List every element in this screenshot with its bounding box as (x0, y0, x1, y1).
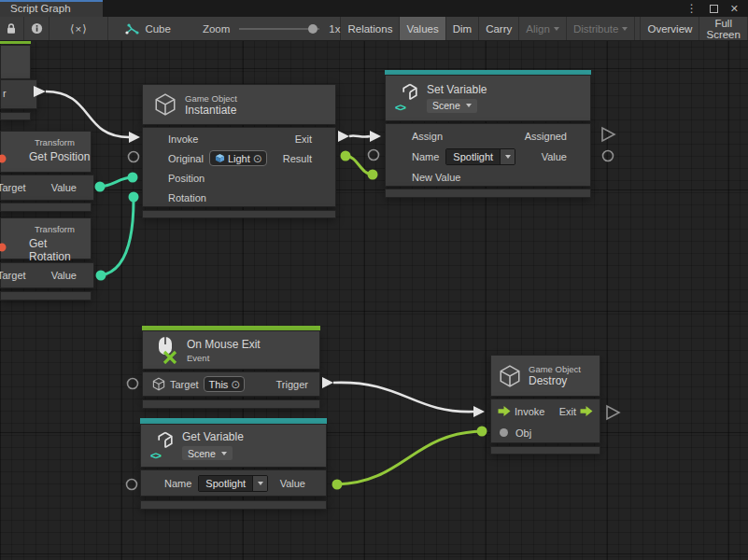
align-dropdown[interactable]: Align (519, 17, 567, 40)
fullscreen-button[interactable]: Full Screen (699, 17, 748, 40)
graph-toolbar: ⟨×⟩ Cube Zoom 1x Relations Values Dim Ca… (0, 17, 748, 41)
node-body[interactable]: Invoke Exit Original (142, 127, 336, 207)
node-category: Transform (35, 224, 75, 234)
port-label-result: Result (283, 153, 312, 164)
variable-scope-value: Scene (188, 448, 216, 459)
port-label-assign: Assign (412, 131, 443, 142)
variable-name-value: Spotlight (199, 476, 252, 491)
node-title: Destroy (529, 374, 581, 387)
info-icon (31, 22, 43, 35)
chevron-down-icon (554, 27, 559, 31)
chevron-down-icon (505, 155, 511, 159)
window-maximize-icon[interactable] (710, 5, 718, 13)
node-title: Instantiate (185, 104, 237, 117)
node-title: On Mouse Exit (187, 338, 261, 351)
node-header[interactable]: <> Get Variable Scene (140, 424, 327, 468)
port-label-original: Original (168, 153, 204, 164)
relations-button[interactable]: Relations (341, 17, 400, 40)
node-footer (490, 446, 600, 455)
node-title: Get Position (29, 150, 90, 163)
node-header[interactable]: Transform Get Rotation (0, 217, 92, 259)
variable-scope-dropdown[interactable]: Scene (427, 99, 477, 113)
zoom-value: 1x (329, 23, 340, 35)
chevron-down-icon (622, 27, 628, 31)
graph-canvas[interactable]: r Transform Get Position Target Value (0, 41, 748, 560)
node-category: Game Object (185, 93, 237, 104)
object-picker-icon[interactable]: ⊙ (231, 379, 240, 390)
port-label-new-value: New Value (412, 172, 460, 183)
carry-button[interactable]: Carry (479, 17, 519, 40)
port-label-assigned: Assigned (525, 131, 567, 142)
node-footer (140, 500, 327, 510)
node-footer (142, 399, 320, 409)
node-category: Event (187, 353, 261, 363)
node-body[interactable]: Target Value (0, 262, 94, 288)
window-close-icon[interactable]: ✕ (730, 4, 739, 14)
unity-variable-icon: <> (150, 431, 175, 461)
variable-name-dropdown[interactable]: Spotlight (198, 475, 268, 492)
node-title: Set Variable (427, 83, 487, 96)
toolbar-toggles: Relations Values Dim Carry Align Distrib… (341, 17, 748, 40)
port-label-target: Target (0, 182, 26, 193)
port-label-target: Target (170, 379, 199, 390)
inspect-button[interactable] (24, 17, 50, 40)
port-label-value: Value (51, 270, 77, 281)
flow-out-arrow-icon[interactable] (580, 406, 593, 416)
port-label-value: Value (280, 478, 305, 489)
node-header[interactable]: <> Set Variable Scene (385, 75, 591, 121)
cube-icon (152, 377, 165, 391)
target-object-field[interactable]: This ⊙ (204, 376, 246, 392)
flow-in-arrow-icon[interactable] (498, 406, 511, 416)
node-footer (142, 210, 336, 218)
distribute-dropdown[interactable]: Distribute (567, 17, 636, 40)
edit-graph-button[interactable]: ⟨×⟩ (49, 17, 108, 40)
node-header[interactable]: On Mouse Exit Event (142, 330, 320, 370)
object-picker-icon[interactable]: ⊙ (253, 153, 262, 164)
variable-scope-dropdown[interactable]: Scene (182, 446, 233, 460)
port-label-invoke: Invoke (168, 133, 198, 145)
node-body[interactable]: r (0, 79, 37, 109)
node-header[interactable] (0, 45, 31, 79)
original-object-value: Light (228, 153, 250, 164)
window-menu-icon[interactable]: ⋮ (686, 3, 698, 14)
cube-icon (154, 92, 176, 117)
port-label-position: Position (168, 173, 205, 184)
port-label-invoke: Invoke (515, 406, 544, 417)
variable-name-dropdown[interactable]: Spotlight (445, 148, 515, 165)
node-header[interactable]: Transform Get Position (0, 131, 92, 173)
lock-icon (6, 22, 17, 35)
node-footer (385, 189, 591, 198)
lock-button[interactable] (0, 17, 24, 40)
node-body[interactable]: Name Spotlight Value (140, 469, 327, 497)
overview-button[interactable]: Overview (640, 17, 699, 40)
graph-target-label: Cube (145, 23, 171, 35)
node-footer (0, 112, 31, 120)
distribute-label: Distribute (573, 23, 619, 35)
node-title: Get Rotation (29, 237, 91, 263)
values-button[interactable]: Values (400, 17, 445, 40)
node-body[interactable]: Target Value (0, 175, 94, 201)
node-header[interactable]: Game Object Destroy (490, 355, 600, 397)
obj-port-dot-icon[interactable] (500, 428, 508, 437)
tab-script-graph[interactable]: Script Graph (0, 0, 103, 17)
unity-variable-icon: <> (395, 83, 419, 113)
node-category: Game Object (529, 364, 581, 374)
zoom-slider[interactable] (239, 28, 319, 30)
node-body[interactable]: Target This ⊙ Trigger (142, 371, 320, 397)
node-body[interactable]: Assign Assigned Name Spotlight Value (385, 123, 591, 187)
port-label-value: Value (51, 182, 77, 193)
variable-scope-value: Scene (432, 100, 460, 111)
node-footer (0, 203, 92, 212)
port-label-name: Name (164, 478, 191, 489)
variable-brackets-icon: <> (150, 450, 161, 461)
zoom-slider-handle[interactable] (308, 24, 318, 34)
original-object-field[interactable]: Light ⊙ (209, 150, 267, 166)
mouse-exit-icon (154, 336, 178, 364)
port-label-trigger: Trigger (276, 379, 308, 390)
align-label: Align (526, 23, 550, 35)
code-icon: ⟨×⟩ (70, 22, 88, 35)
node-header[interactable]: Game Object Instantiate (142, 84, 336, 125)
dim-button[interactable]: Dim (446, 17, 479, 40)
unity-visual-scripting-window: Script Graph ⋮ ✕ ⟨×⟩ (0, 0, 748, 560)
node-body[interactable]: Invoke Exit Obj (490, 399, 600, 443)
